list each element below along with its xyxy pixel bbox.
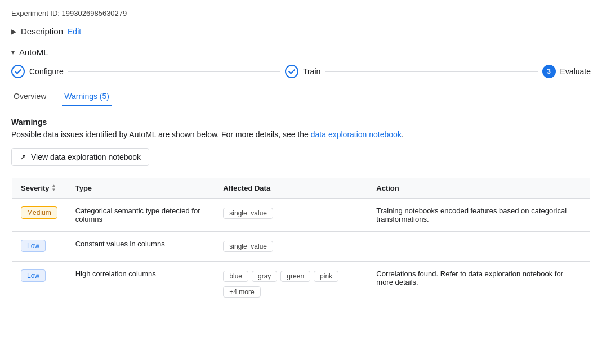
configure-icon — [11, 65, 25, 78]
tab-warnings[interactable]: Warnings (5) — [62, 87, 112, 106]
warnings-description: Possible data issues identified by AutoM… — [11, 130, 591, 139]
warnings-title: Warnings — [11, 118, 591, 127]
data-tag: single_value — [223, 241, 273, 252]
action-cell: Training notebooks encoded features base… — [367, 199, 590, 232]
data-tag: single_value — [223, 208, 273, 219]
configure-label: Configure — [29, 67, 64, 76]
type-cell: Constant values in columns — [66, 232, 215, 262]
external-link-icon: ↗ — [20, 152, 26, 161]
warnings-content: Warnings Possible data issues identified… — [11, 106, 591, 307]
table-header-row: Severity ▲ ▼ Type Affected Data Action — [12, 178, 591, 199]
data-exploration-link[interactable]: data exploration notebook — [311, 130, 402, 139]
data-tag: green — [280, 271, 310, 282]
type-cell: Categorical semantic type detected for c… — [66, 199, 215, 232]
description-section: ▶ Description Edit — [11, 26, 591, 36]
automl-header[interactable]: ▾ AutoML — [11, 47, 591, 57]
step-train: Train — [285, 65, 320, 78]
th-action: Action — [367, 178, 590, 199]
severity-badge: Low — [21, 240, 46, 252]
train-icon — [285, 65, 298, 78]
data-tag: +4 more — [223, 286, 260, 298]
warnings-table: Severity ▲ ▼ Type Affected Data Action M… — [11, 177, 591, 307]
evaluate-icon: 3 — [542, 65, 556, 78]
affected-data-cell: bluegraygreenpink+4 more — [214, 262, 367, 307]
description-edit-link[interactable]: Edit — [68, 27, 81, 36]
tab-overview[interactable]: Overview — [11, 87, 48, 106]
automl-section: ▾ AutoML Configure Train 3 Evaluate — [11, 47, 591, 307]
data-tag: gray — [252, 271, 277, 282]
warnings-desc-after: . — [402, 130, 404, 139]
severity-badge: Medium — [21, 206, 57, 219]
action-cell: Correlations found. Refer to data explor… — [367, 262, 590, 307]
table-row: LowConstant values in columnssingle_valu… — [12, 232, 591, 262]
table-row: LowHigh correlation columnsbluegraygreen… — [12, 262, 591, 307]
step-evaluate: 3 Evaluate — [542, 65, 591, 78]
warnings-desc-before: Possible data issues identified by AutoM… — [11, 130, 311, 139]
th-affected-data: Affected Data — [214, 178, 367, 199]
type-cell: High correlation columns — [66, 262, 215, 307]
th-severity: Severity ▲ ▼ — [12, 178, 66, 199]
table-row: MediumCategorical semantic type detected… — [12, 199, 591, 232]
experiment-id: Experiment ID: 1993026985630279 — [11, 9, 591, 17]
affected-data-cell: single_value — [214, 232, 367, 262]
severity-badge: Low — [21, 269, 46, 282]
evaluate-label: Evaluate — [560, 67, 591, 76]
description-chevron: ▶ — [11, 28, 16, 35]
data-tag: pink — [314, 271, 338, 282]
step-configure: Configure — [11, 65, 64, 78]
step-line-1 — [68, 71, 280, 72]
severity-cell: Medium — [12, 199, 66, 232]
data-tag: blue — [223, 271, 248, 282]
step-line-2 — [325, 71, 537, 72]
severity-cell: Low — [12, 232, 66, 262]
severity-cell: Low — [12, 262, 66, 307]
description-header[interactable]: ▶ Description Edit — [11, 26, 591, 36]
sort-icon[interactable]: ▲ ▼ — [52, 183, 56, 192]
th-type: Type — [66, 178, 215, 199]
affected-data-cell: single_value — [214, 199, 367, 232]
action-cell — [367, 232, 590, 262]
automl-title: AutoML — [19, 47, 48, 57]
description-title: Description — [21, 26, 63, 36]
train-label: Train — [303, 67, 320, 76]
view-notebook-button[interactable]: ↗ View data exploration notebook — [11, 148, 149, 166]
automl-chevron: ▾ — [11, 48, 15, 56]
tabs: Overview Warnings (5) — [11, 87, 591, 106]
stepper: Configure Train 3 Evaluate — [11, 65, 591, 78]
